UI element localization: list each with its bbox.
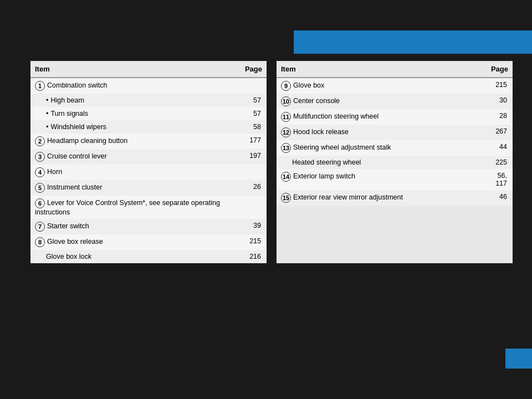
- item-number: 15: [281, 193, 291, 203]
- bullet-icon: •: [46, 110, 48, 117]
- item-label: Combination switch: [47, 81, 107, 89]
- left-col-page: Page: [241, 61, 267, 78]
- page-value: 44: [473, 140, 513, 156]
- item-number: 1: [35, 81, 45, 91]
- item-number: 11: [281, 112, 291, 122]
- table-row: Heated steering wheel225: [277, 156, 513, 169]
- table-row: •Windshield wipers58: [30, 120, 267, 134]
- item-number: 8: [35, 237, 45, 247]
- page-value: 215: [241, 234, 267, 250]
- page-value: 197: [241, 149, 267, 165]
- page-value: [241, 78, 267, 94]
- sub-page-value: 58: [241, 120, 267, 134]
- item-number: 13: [281, 143, 291, 153]
- header-bar: [294, 30, 532, 54]
- table-row: 14Exterior lamp switch56, 117: [277, 169, 513, 190]
- right-table: Item Page 9Glove box21510Center console3…: [277, 61, 513, 263]
- table-row: •Turn signals57: [30, 107, 267, 120]
- bullet-icon: •: [46, 96, 48, 104]
- sub2-item-cell: Glove box lock: [30, 250, 241, 263]
- page-value: 56, 117: [473, 169, 513, 190]
- item-label: Instrument cluster: [47, 183, 102, 191]
- sub2-page-value: 225: [473, 156, 513, 169]
- table-row: 3Cruise control lever197: [30, 149, 267, 165]
- page-value: 30: [473, 94, 513, 109]
- item-cell: 7Starter switch: [30, 219, 241, 234]
- table-row: 11Multifunction steering wheel28: [277, 109, 513, 125]
- item-cell: 12Hood lock release: [277, 125, 473, 140]
- left-col-item: Item: [30, 61, 241, 78]
- item-cell: 15Exterior rear view mirror adjustment: [277, 190, 473, 206]
- page-number-badge: [505, 349, 532, 369]
- left-table: Item Page 1Combination switch•High beam5…: [30, 61, 267, 263]
- page-value: 39: [241, 219, 267, 234]
- item-number: 4: [35, 167, 45, 177]
- table-row: 1Combination switch: [30, 78, 267, 94]
- table-row: 6Lever for Voice Control System*, see se…: [30, 196, 267, 219]
- item-cell: 1Combination switch: [30, 78, 241, 94]
- sub2-item-label: Heated steering wheel: [292, 158, 361, 166]
- sub-item-cell: •High beam: [30, 94, 241, 107]
- page-value: 267: [473, 125, 513, 140]
- table-row: 13Steering wheel adjustment stalk44: [277, 140, 513, 156]
- sub2-page-value: 216: [241, 250, 267, 263]
- tables-container: Item Page 1Combination switch•High beam5…: [30, 61, 513, 263]
- page-value: 26: [241, 180, 267, 196]
- sub2-item-cell: Heated steering wheel: [277, 156, 473, 169]
- sub-item-cell: •Turn signals: [30, 107, 241, 120]
- table-row: 9Glove box215: [277, 78, 513, 94]
- item-cell: 8Glove box release: [30, 234, 241, 250]
- sub-page-value: 57: [241, 94, 267, 107]
- sub-item-cell: •Windshield wipers: [30, 120, 241, 134]
- sub-item-label: Windshield wipers: [50, 123, 106, 131]
- table-row: 12Hood lock release267: [277, 125, 513, 140]
- item-cell: 10Center console: [277, 94, 473, 109]
- item-cell: 5Instrument cluster: [30, 180, 241, 196]
- item-cell: 3Cruise control lever: [30, 149, 241, 165]
- item-number: 9: [281, 81, 291, 91]
- item-label: Exterior rear view mirror adjustment: [293, 193, 403, 201]
- table-row: 8Glove box release215: [30, 234, 267, 250]
- item-label: Headlamp cleaning button: [47, 137, 127, 145]
- item-label: Glove box release: [47, 238, 103, 245]
- sub-item-label: High beam: [50, 96, 84, 104]
- sub-item-label: Turn signals: [50, 110, 88, 117]
- item-cell: 14Exterior lamp switch: [277, 169, 473, 190]
- item-label: Starter switch: [47, 222, 89, 230]
- right-col-item: Item: [277, 61, 473, 78]
- table-row: 4Horn: [30, 165, 267, 180]
- item-number: 14: [281, 172, 291, 182]
- item-number: 3: [35, 152, 45, 162]
- bullet-icon: •: [46, 123, 48, 131]
- item-cell: 13Steering wheel adjustment stalk: [277, 140, 473, 156]
- item-cell: 11Multifunction steering wheel: [277, 109, 473, 125]
- page-value: 215: [473, 78, 513, 94]
- item-label: Center console: [293, 97, 340, 105]
- item-number: 6: [35, 198, 45, 208]
- item-label: Multifunction steering wheel: [293, 112, 378, 120]
- item-label: Steering wheel adjustment stalk: [293, 144, 391, 151]
- sub-page-value: 57: [241, 107, 267, 120]
- table-row: 7Starter switch39: [30, 219, 267, 234]
- table-row: 5Instrument cluster26: [30, 180, 267, 196]
- item-label: Exterior lamp switch: [293, 172, 355, 180]
- item-cell: 4Horn: [30, 165, 241, 180]
- page-value: 177: [241, 134, 267, 149]
- page-value: 28: [473, 109, 513, 125]
- table-row: •High beam57: [30, 94, 267, 107]
- page-value: 46: [473, 190, 513, 206]
- item-number: 12: [281, 127, 291, 137]
- item-number: 10: [281, 96, 291, 106]
- table-row: 2Headlamp cleaning button177: [30, 134, 267, 149]
- page-value: [241, 165, 267, 180]
- item-number: 2: [35, 136, 45, 146]
- table-row: Glove box lock216: [30, 250, 267, 263]
- item-label: Lever for Voice Control System*, see sep…: [35, 199, 220, 216]
- page-value: [241, 196, 267, 219]
- item-cell: 9Glove box: [277, 78, 473, 94]
- right-col-page: Page: [473, 61, 513, 78]
- item-number: 5: [35, 183, 45, 193]
- sub2-item-label: Glove box lock: [46, 253, 91, 260]
- item-label: Glove box: [293, 81, 324, 89]
- watermark: [0, 369, 532, 399]
